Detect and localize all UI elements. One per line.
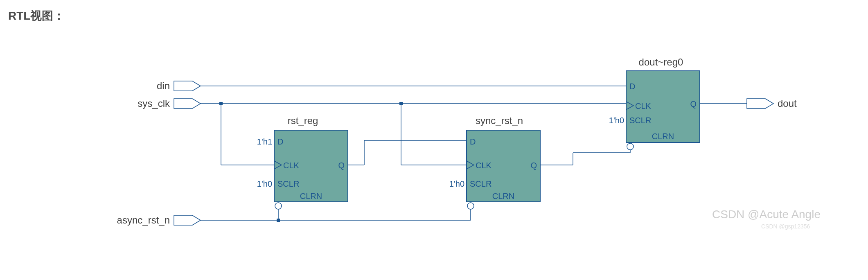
dout-reg0-title: dout~reg0	[639, 56, 683, 68]
din-port-icon	[174, 81, 201, 91]
sync-rst-n-clk-pin: CLK	[476, 161, 492, 170]
dout-reg0-q-pin: Q	[690, 99, 697, 108]
dout-reg0-clk-pin: CLK	[635, 102, 652, 111]
sync-rst-n-clrn-bubble-icon	[467, 203, 474, 209]
rst-reg-clrn-pin: CLRN	[300, 192, 322, 201]
async-rst-n-port-icon	[174, 215, 201, 225]
sync-rst-n-q-pin: Q	[530, 161, 537, 170]
rst-reg-clrn-bubble-icon	[275, 203, 282, 209]
dout-reg0-clrn-bubble-icon	[627, 143, 634, 150]
rtl-diagram: din sys_clk async_rst_n dout rst_reg D C…	[8, 32, 851, 280]
sync-rst-n-d-pin: D	[470, 137, 476, 146]
dout-reg0-sclr-pin: SCLR	[629, 116, 651, 125]
rst-reg-clk-pin: CLK	[283, 161, 300, 170]
rtl-svg: din sys_clk async_rst_n dout rst_reg D C…	[8, 32, 851, 280]
junction-sys-clk-1	[219, 102, 223, 105]
sync-rst-n-sclr-pin: SCLR	[470, 179, 491, 188]
async-rst-n-port-label: async_rst_n	[117, 215, 170, 226]
sync-rst-n-sclr-const: 1'h0	[449, 179, 464, 188]
din-port-label: din	[157, 80, 170, 91]
junction-async-1	[277, 219, 280, 222]
rst-reg-sclr-pin: SCLR	[277, 179, 299, 188]
sync-rst-n-title: sync_rst_n	[476, 115, 523, 126]
rst-reg-title: rst_reg	[288, 115, 318, 126]
watermark: CSDN @Acute Angle	[712, 208, 821, 221]
dout-port-icon	[747, 99, 773, 108]
sync-rst-n-clrn-pin: CLRN	[492, 192, 514, 201]
rst-reg-d-pin: D	[277, 137, 283, 146]
rst-reg-d-const: 1'h1	[257, 137, 272, 146]
sys-clk-port-icon	[174, 99, 201, 108]
page-title: RTL视图：	[8, 8, 860, 24]
rst-reg-sclr-const: 1'h0	[257, 179, 272, 188]
dout-reg0-clrn-pin: CLRN	[652, 132, 674, 141]
watermark-small: CSDN @gsp12356	[761, 223, 810, 230]
sys-clk-port-label: sys_clk	[138, 98, 170, 109]
dout-reg0-d-pin: D	[629, 82, 635, 91]
rst-reg-q-pin: Q	[338, 161, 345, 170]
dout-reg0-sclr-const: 1'h0	[609, 116, 624, 125]
junction-sys-clk-2	[399, 102, 403, 105]
dout-port-label: dout	[778, 98, 797, 109]
